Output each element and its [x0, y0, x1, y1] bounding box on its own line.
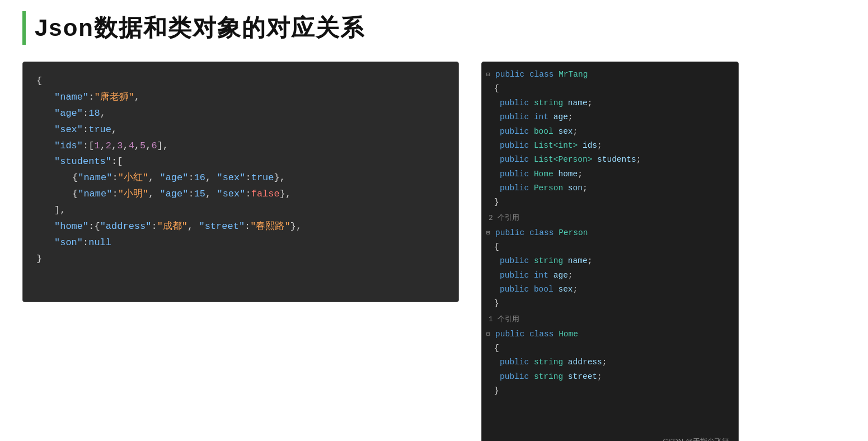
class-person-header: ⊟ public class Person — [482, 226, 738, 240]
page-container: Json数据和类对象的对应关系 { "name":"唐老狮", "age":18… — [0, 0, 868, 441]
mrtang-field-name: public string name; — [482, 96, 738, 110]
class-home-header: ⊟ public class Home — [482, 327, 738, 341]
home-field-address: public string address; — [482, 355, 738, 369]
person-field-name: public string name; — [482, 254, 738, 268]
home-close-brace: } — [482, 384, 738, 398]
class-mrtang-header: ⊟ public class MrTang — [482, 68, 738, 82]
page-title: Json数据和类对象的对应关系 — [35, 12, 365, 44]
collapse-icon-home: ⊟ — [486, 329, 493, 340]
home-field-street: public string street; — [482, 370, 738, 384]
mrtang-open-brace: { — [482, 82, 738, 96]
mrtang-field-home: public Home home; — [482, 167, 738, 181]
person-field-sex: public bool sex; — [482, 283, 738, 297]
title-bar — [22, 11, 26, 45]
collapse-icon-person: ⊟ — [486, 228, 493, 238]
person-ref-count: 2 个引用 — [482, 210, 738, 226]
mrtang-field-ids: public List<int> ids; — [482, 139, 738, 153]
person-field-age: public int age; — [482, 269, 738, 283]
watermark: CSDN @于指尖飞舞 — [663, 435, 729, 441]
mrtang-field-age: public int age; — [482, 110, 738, 124]
mrtang-field-son: public Person son; — [482, 181, 738, 195]
mrtang-field-students: public List<Person> students; — [482, 153, 738, 167]
mrtang-field-sex: public bool sex; — [482, 125, 738, 139]
person-open-brace: { — [482, 240, 738, 254]
collapse-icon-mrtang: ⊟ — [486, 69, 493, 80]
mrtang-close-brace: } — [482, 195, 738, 209]
json-panel: { "name":"唐老狮", "age":18, "sex":true, "i… — [22, 62, 459, 302]
title-section: Json数据和类对象的对应关系 — [22, 11, 846, 45]
code-panel: ⊟ public class MrTang { public string na… — [481, 62, 739, 441]
home-ref-count: 1 个引用 — [482, 311, 738, 327]
home-open-brace: { — [482, 341, 738, 355]
content-area: { "name":"唐老狮", "age":18, "sex":true, "i… — [22, 62, 846, 441]
person-close-brace: } — [482, 297, 738, 311]
